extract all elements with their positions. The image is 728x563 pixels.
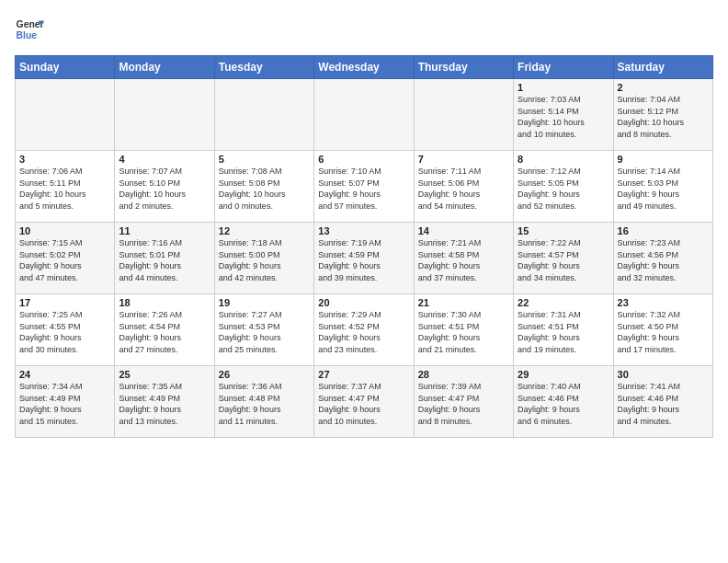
day-number: 20 <box>318 297 409 308</box>
calendar-cell <box>314 79 414 151</box>
day-info: Sunrise: 7:11 AM Sunset: 5:06 PM Dayligh… <box>418 166 509 212</box>
day-info: Sunrise: 7:35 AM Sunset: 4:49 PM Dayligh… <box>119 381 210 427</box>
day-number: 18 <box>119 297 210 308</box>
calendar-cell: 12Sunrise: 7:18 AM Sunset: 5:00 PM Dayli… <box>214 223 313 294</box>
calendar-cell: 7Sunrise: 7:11 AM Sunset: 5:06 PM Daylig… <box>414 151 513 223</box>
calendar-table: SundayMondayTuesdayWednesdayThursdayFrid… <box>15 55 713 438</box>
calendar-cell: 2Sunrise: 7:04 AM Sunset: 5:12 PM Daylig… <box>613 79 712 151</box>
calendar-header-row: SundayMondayTuesdayWednesdayThursdayFrid… <box>16 56 713 79</box>
day-number: 14 <box>418 225 509 236</box>
day-info: Sunrise: 7:26 AM Sunset: 4:54 PM Dayligh… <box>119 309 210 355</box>
calendar-cell <box>115 79 214 151</box>
day-number: 25 <box>119 369 210 380</box>
day-info: Sunrise: 7:12 AM Sunset: 5:05 PM Dayligh… <box>518 166 609 212</box>
logo: General Blue <box>15 15 44 44</box>
calendar-cell: 26Sunrise: 7:36 AM Sunset: 4:48 PM Dayli… <box>214 366 313 438</box>
day-info: Sunrise: 7:34 AM Sunset: 4:49 PM Dayligh… <box>19 381 110 427</box>
day-info: Sunrise: 7:23 AM Sunset: 4:56 PM Dayligh… <box>618 237 709 283</box>
day-number: 30 <box>618 369 709 380</box>
weekday-header: Tuesday <box>214 56 313 79</box>
day-number: 16 <box>618 225 709 236</box>
day-info: Sunrise: 7:25 AM Sunset: 4:55 PM Dayligh… <box>19 309 110 355</box>
calendar-cell <box>414 79 513 151</box>
day-info: Sunrise: 7:04 AM Sunset: 5:12 PM Dayligh… <box>618 94 709 140</box>
calendar-cell: 3Sunrise: 7:06 AM Sunset: 5:11 PM Daylig… <box>16 151 115 223</box>
calendar-cell: 18Sunrise: 7:26 AM Sunset: 4:54 PM Dayli… <box>115 294 214 366</box>
calendar-week-row: 1Sunrise: 7:03 AM Sunset: 5:14 PM Daylig… <box>16 79 713 151</box>
calendar-cell <box>214 79 313 151</box>
calendar-cell: 23Sunrise: 7:32 AM Sunset: 4:50 PM Dayli… <box>613 294 712 366</box>
header: General Blue <box>15 15 713 44</box>
calendar-cell: 4Sunrise: 7:07 AM Sunset: 5:10 PM Daylig… <box>115 151 214 223</box>
weekday-header: Thursday <box>414 56 513 79</box>
calendar-cell: 30Sunrise: 7:41 AM Sunset: 4:46 PM Dayli… <box>613 366 712 438</box>
calendar-cell: 1Sunrise: 7:03 AM Sunset: 5:14 PM Daylig… <box>514 79 613 151</box>
day-info: Sunrise: 7:19 AM Sunset: 4:59 PM Dayligh… <box>318 237 409 283</box>
day-number: 3 <box>19 154 110 165</box>
calendar-cell <box>16 79 115 151</box>
weekday-header: Friday <box>514 56 613 79</box>
calendar-cell: 17Sunrise: 7:25 AM Sunset: 4:55 PM Dayli… <box>16 294 115 366</box>
calendar-cell: 19Sunrise: 7:27 AM Sunset: 4:53 PM Dayli… <box>214 294 313 366</box>
day-number: 4 <box>119 154 210 165</box>
svg-text:Blue: Blue <box>17 30 38 40</box>
day-info: Sunrise: 7:29 AM Sunset: 4:52 PM Dayligh… <box>318 309 409 355</box>
day-info: Sunrise: 7:16 AM Sunset: 5:01 PM Dayligh… <box>119 237 210 283</box>
day-number: 6 <box>318 154 409 165</box>
day-info: Sunrise: 7:15 AM Sunset: 5:02 PM Dayligh… <box>19 237 110 283</box>
weekday-header: Monday <box>115 56 214 79</box>
calendar-week-row: 17Sunrise: 7:25 AM Sunset: 4:55 PM Dayli… <box>16 294 713 366</box>
day-number: 12 <box>219 225 310 236</box>
day-info: Sunrise: 7:14 AM Sunset: 5:03 PM Dayligh… <box>618 166 709 212</box>
weekday-header: Wednesday <box>314 56 414 79</box>
day-info: Sunrise: 7:27 AM Sunset: 4:53 PM Dayligh… <box>219 309 310 355</box>
day-number: 24 <box>19 369 110 380</box>
calendar-cell: 10Sunrise: 7:15 AM Sunset: 5:02 PM Dayli… <box>16 223 115 294</box>
day-info: Sunrise: 7:37 AM Sunset: 4:47 PM Dayligh… <box>318 381 409 427</box>
day-number: 21 <box>418 297 509 308</box>
logo-icon: General Blue <box>15 15 44 44</box>
day-info: Sunrise: 7:10 AM Sunset: 5:07 PM Dayligh… <box>318 166 409 212</box>
day-number: 1 <box>518 82 609 93</box>
calendar-cell: 15Sunrise: 7:22 AM Sunset: 4:57 PM Dayli… <box>514 223 613 294</box>
day-info: Sunrise: 7:08 AM Sunset: 5:08 PM Dayligh… <box>219 166 310 212</box>
calendar-cell: 8Sunrise: 7:12 AM Sunset: 5:05 PM Daylig… <box>514 151 613 223</box>
day-info: Sunrise: 7:22 AM Sunset: 4:57 PM Dayligh… <box>518 237 609 283</box>
day-info: Sunrise: 7:36 AM Sunset: 4:48 PM Dayligh… <box>219 381 310 427</box>
day-number: 17 <box>19 297 110 308</box>
weekday-header: Saturday <box>613 56 712 79</box>
day-number: 10 <box>19 225 110 236</box>
day-number: 29 <box>518 369 609 380</box>
calendar-cell: 29Sunrise: 7:40 AM Sunset: 4:46 PM Dayli… <box>514 366 613 438</box>
calendar-cell: 24Sunrise: 7:34 AM Sunset: 4:49 PM Dayli… <box>16 366 115 438</box>
page-container: General Blue SundayMondayTuesdayWednesda… <box>0 0 728 445</box>
calendar-cell: 27Sunrise: 7:37 AM Sunset: 4:47 PM Dayli… <box>314 366 414 438</box>
calendar-cell: 21Sunrise: 7:30 AM Sunset: 4:51 PM Dayli… <box>414 294 513 366</box>
day-info: Sunrise: 7:07 AM Sunset: 5:10 PM Dayligh… <box>119 166 210 212</box>
calendar-cell: 16Sunrise: 7:23 AM Sunset: 4:56 PM Dayli… <box>613 223 712 294</box>
day-number: 15 <box>518 225 609 236</box>
calendar-cell: 28Sunrise: 7:39 AM Sunset: 4:47 PM Dayli… <box>414 366 513 438</box>
calendar-cell: 20Sunrise: 7:29 AM Sunset: 4:52 PM Dayli… <box>314 294 414 366</box>
calendar-week-row: 10Sunrise: 7:15 AM Sunset: 5:02 PM Dayli… <box>16 223 713 294</box>
day-info: Sunrise: 7:30 AM Sunset: 4:51 PM Dayligh… <box>418 309 509 355</box>
day-info: Sunrise: 7:40 AM Sunset: 4:46 PM Dayligh… <box>518 381 609 427</box>
calendar-cell: 22Sunrise: 7:31 AM Sunset: 4:51 PM Dayli… <box>514 294 613 366</box>
day-number: 2 <box>618 82 709 93</box>
weekday-header: Sunday <box>16 56 115 79</box>
day-info: Sunrise: 7:41 AM Sunset: 4:46 PM Dayligh… <box>618 381 709 427</box>
day-number: 13 <box>318 225 409 236</box>
calendar-week-row: 3Sunrise: 7:06 AM Sunset: 5:11 PM Daylig… <box>16 151 713 223</box>
calendar-cell: 25Sunrise: 7:35 AM Sunset: 4:49 PM Dayli… <box>115 366 214 438</box>
calendar-cell: 9Sunrise: 7:14 AM Sunset: 5:03 PM Daylig… <box>613 151 712 223</box>
day-info: Sunrise: 7:32 AM Sunset: 4:50 PM Dayligh… <box>618 309 709 355</box>
calendar-cell: 11Sunrise: 7:16 AM Sunset: 5:01 PM Dayli… <box>115 223 214 294</box>
calendar-cell: 5Sunrise: 7:08 AM Sunset: 5:08 PM Daylig… <box>214 151 313 223</box>
day-number: 11 <box>119 225 210 236</box>
calendar-cell: 14Sunrise: 7:21 AM Sunset: 4:58 PM Dayli… <box>414 223 513 294</box>
day-info: Sunrise: 7:31 AM Sunset: 4:51 PM Dayligh… <box>518 309 609 355</box>
day-number: 22 <box>518 297 609 308</box>
day-info: Sunrise: 7:06 AM Sunset: 5:11 PM Dayligh… <box>19 166 110 212</box>
calendar-cell: 13Sunrise: 7:19 AM Sunset: 4:59 PM Dayli… <box>314 223 414 294</box>
day-number: 19 <box>219 297 310 308</box>
